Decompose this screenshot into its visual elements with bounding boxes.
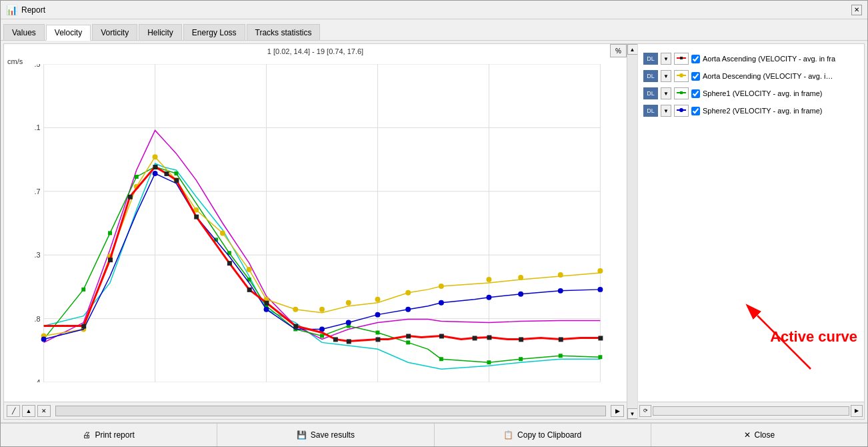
color-box-sphere2[interactable] [674,105,689,117]
svg-point-102 [679,73,683,77]
svg-point-72 [486,295,491,300]
window-close-button[interactable]: ✕ [851,5,862,15]
svg-rect-85 [265,301,269,306]
svg-rect-78 [128,195,133,199]
svg-rect-100 [680,57,683,59]
svg-point-58 [405,290,411,296]
svg-rect-83 [227,261,232,266]
color-box-sphere1[interactable] [674,87,689,99]
close-button[interactable]: ✕ Close [651,424,867,446]
copy-label: Copy to Clipboard [517,430,581,440]
svg-rect-88 [347,339,351,344]
tab-energy-loss[interactable]: Energy Loss [183,24,245,40]
svg-rect-77 [108,258,113,262]
svg-rect-35 [320,334,324,338]
chart-scrollbar-h[interactable] [55,406,606,416]
svg-point-59 [439,284,444,289]
active-curve-arrow [737,302,817,382]
scroll-up-arrow[interactable]: ▲ [627,44,638,55]
title-bar: 📊 Report ✕ [1,1,867,19]
svg-point-54 [293,307,298,312]
dl-btn-sphere1[interactable]: DL [643,87,658,99]
svg-text:91.5: 91.5 [34,64,41,68]
dropdown-aorta-descending[interactable]: ▼ [661,70,671,82]
right-scroll-right[interactable]: ▶ [851,405,863,417]
right-panel-scrollbar: ⟳ ▶ [638,402,864,419]
right-scroll-refresh[interactable]: ⟳ [639,405,651,417]
chart-svg-container: 91.5 76.1 60.7 45.3 29.8 14.4 0.02 0.16 … [34,64,610,382]
right-scrollbar: ▲ ▼ [627,44,637,419]
close-label: Close [755,430,775,440]
percent-button[interactable]: % [610,44,627,57]
svg-point-69 [375,312,381,318]
svg-text:29.8: 29.8 [34,315,41,323]
main-window: 📊 Report ✕ Values Velocity Vorticity Hel… [0,0,868,447]
print-label: Print report [95,430,134,440]
legend-item-aorta-descending: DL ▼ Aorta Descending (VELOCITY - avg. i… [643,70,859,82]
svg-rect-29 [174,171,178,175]
svg-point-73 [518,292,523,297]
legend-items: DL ▼ Aorta Ascending (VELOCITY - avg. in… [643,53,859,122]
tab-vorticity[interactable]: Vorticity [92,24,137,40]
dropdown-sphere1[interactable]: ▼ [661,87,671,99]
dropdown-sphere2[interactable]: ▼ [661,105,671,117]
tab-velocity[interactable]: Velocity [46,25,91,41]
checkbox-sphere2[interactable] [691,107,700,115]
svg-point-66 [264,307,269,312]
chart-panel: cm/s 1 [0.02, 14.4] - 19 [0.74, 17.6] % [4,44,627,419]
save-label: Save results [311,430,355,440]
svg-text:45.3: 45.3 [34,251,41,259]
svg-rect-38 [406,340,410,344]
svg-rect-93 [487,335,491,340]
svg-rect-41 [519,357,523,361]
print-icon: 🖨 [83,430,91,440]
svg-point-71 [439,300,444,306]
svg-line-98 [757,316,811,369]
tab-helicity[interactable]: Helicity [139,24,182,40]
color-box-aorta-descending[interactable] [674,70,689,82]
dl-btn-aorta-descending[interactable]: DL [643,70,658,82]
chart-tool-2[interactable]: ▲ [22,405,35,417]
legend-panel: Active curve DL ▼ [637,44,864,419]
svg-point-56 [346,300,351,306]
dl-btn-sphere2[interactable]: DL [643,105,658,117]
chart-scroll-right[interactable]: ▶ [611,405,624,417]
legend-item-sphere2: DL ▼ Sphere2 (VELOCITY - avg. in frame) [643,105,859,117]
app-icon: 📊 [6,5,17,15]
print-report-button[interactable]: 🖨 Print report [1,424,217,446]
chart-area: cm/s 1 [0.02, 14.4] - 19 [0.74, 17.6] % [3,43,865,420]
scroll-track[interactable] [627,55,637,408]
chart-tool-1[interactable]: ╱ [7,405,20,417]
svg-rect-89 [375,337,380,342]
tab-values[interactable]: Values [3,24,45,40]
svg-rect-42 [559,354,563,358]
checkbox-aorta-descending[interactable] [691,72,700,81]
svg-rect-87 [333,337,338,342]
svg-rect-86 [293,324,298,329]
svg-rect-94 [519,337,523,342]
checkbox-sphere1[interactable] [691,89,700,98]
y-axis-label: cm/s [7,57,23,65]
right-panel-hscroll[interactable] [653,406,849,416]
tab-tracks-statistics[interactable]: Tracks statistics [247,24,321,40]
color-box-aorta-ascending[interactable] [674,53,689,65]
dropdown-aorta-ascending[interactable]: ▼ [661,53,671,65]
scroll-down-arrow[interactable]: ▼ [627,408,638,419]
svg-rect-80 [164,171,169,176]
title-bar-left: 📊 Report [6,5,45,15]
checkbox-aorta-ascending[interactable] [691,55,700,63]
label-sphere1: Sphere1 (VELOCITY - avg. in frame) [703,89,823,97]
svg-rect-27 [135,175,139,179]
svg-rect-37 [375,330,379,334]
dl-btn-aorta-ascending[interactable]: DL [643,53,658,65]
label-aorta-descending: Aorta Descending (VELOCITY - avg. in fr [703,72,836,80]
window-title: Report [21,5,45,15]
svg-text:76.1: 76.1 [34,123,41,131]
svg-text:60.7: 60.7 [34,187,41,195]
svg-point-57 [375,297,381,302]
copy-clipboard-button[interactable]: 📋 Copy to Clipboard [435,424,651,446]
chart-title: 1 [0.02, 14.4] - 19 [0.74, 17.6] [267,47,363,55]
svg-rect-96 [598,336,603,340]
chart-tool-3[interactable]: ✕ [37,405,51,417]
save-results-button[interactable]: 💾 Save results [217,424,434,446]
